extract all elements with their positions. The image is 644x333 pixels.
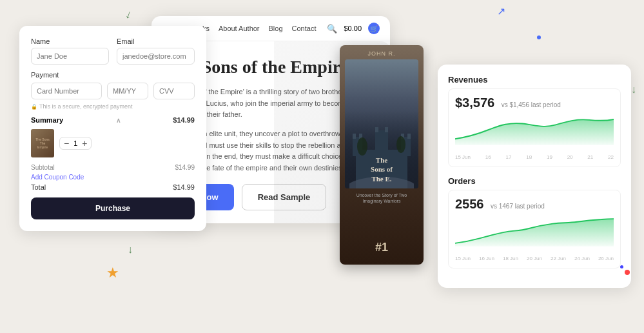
qty-plus-button[interactable]: + [82, 139, 87, 148]
qty-number: 1 [72, 139, 79, 147]
subtotal-label: Subtotal [31, 164, 55, 171]
revenues-title: Revenues [448, 75, 621, 85]
summary-price: $14.99 [173, 116, 195, 124]
svg-rect-4 [353, 134, 356, 139]
revenue-chart-labels: 15 Jun 16 17 18 19 20 21 22 [455, 154, 614, 160]
cart-icon[interactable]: 🛒 [368, 23, 380, 34]
qty-minus-button[interactable]: − [64, 139, 69, 148]
orders-title: Orders [448, 176, 621, 186]
ord-label-2: 16 Jun [479, 256, 494, 261]
revenue-value: $3,576 [455, 96, 494, 110]
revenues-section: Revenues $3,576 vs $1,456 last period 15… [448, 75, 621, 167]
arrow-deco-top: ↓ [124, 7, 134, 22]
svg-point-11 [396, 136, 405, 153]
cart-area: 🔍 $0.00 🛒 [327, 23, 380, 34]
search-icon[interactable]: 🔍 [327, 24, 337, 34]
name-field-group: Name [31, 37, 109, 65]
email-label: Email [117, 37, 195, 45]
book-cover-rank: #1 [375, 241, 388, 259]
nav-blog[interactable]: Blog [269, 25, 283, 32]
card-number-input[interactable] [31, 83, 102, 99]
purchase-button[interactable]: Purchase [31, 197, 195, 219]
ord-label-4: 20 Jun [527, 256, 542, 261]
orders-section: Orders 2556 vs 1467 last period 15 Jun [448, 176, 621, 268]
cart-price: $0.00 [344, 25, 362, 32]
total-label: Total [31, 183, 46, 191]
secure-note: This is a secure, encrypted payment [31, 103, 195, 110]
rev-label-8: 22 [608, 154, 614, 160]
name-input[interactable] [31, 48, 109, 65]
orders-chart-labels: 15 Jun 16 Jun 18 Jun 20 Jun 22 Jun 24 Ju… [455, 256, 614, 261]
rev-label-5: 19 [547, 154, 552, 160]
coupon-label[interactable]: Add Coupon Code [31, 174, 84, 181]
svg-point-10 [357, 137, 367, 156]
book-cover-card: JOHN R. TheSons ofThe E. Uncover the Sto… [340, 45, 424, 265]
name-label: Name [31, 37, 109, 45]
payment-label: Payment [31, 71, 195, 79]
revenue-chart-svg [455, 110, 614, 149]
book-cover-image: TheSons ofThe E. [345, 59, 418, 188]
email-field-group: Email [117, 37, 195, 65]
ord-label-5: 22 Jun [551, 256, 566, 261]
svg-rect-7 [407, 134, 411, 139]
rev-label-3: 17 [506, 154, 512, 160]
nav-contact[interactable]: Contact [292, 25, 317, 32]
expiry-input[interactable] [107, 83, 148, 99]
svg-rect-8 [375, 127, 378, 132]
orders-chart-container: 2556 vs 1467 last period 15 Jun 16 Jun 1… [448, 190, 621, 268]
summary-label: Summary [31, 116, 63, 124]
rev-label-1: 15 Jun [455, 154, 471, 160]
blue-dot-deco2 [537, 35, 541, 39]
nav-about-author[interactable]: About Author [219, 25, 260, 32]
book-cover-subtitle: Uncover the Story of Two Imaginary Warri… [345, 192, 418, 204]
orders-compare: vs 1467 last period [491, 203, 545, 210]
rev-label-6: 20 [567, 154, 573, 160]
arrow-deco-right-top: ↗ [497, 5, 505, 17]
arrow-deco-right: ↓ [631, 84, 636, 96]
quantity-control: − 1 + [59, 137, 92, 150]
revenue-compare: vs $1,456 last period [502, 101, 561, 108]
book-thumbnail: The SonsTheEmpire [31, 129, 54, 157]
total-value: $14.99 [173, 183, 195, 191]
rev-label-4: 18 [526, 154, 532, 160]
book-cover-author: JOHN R. [368, 50, 396, 57]
analytics-card: Revenues $3,576 vs $1,456 last period 15… [438, 65, 631, 288]
cvv-input[interactable] [153, 83, 195, 99]
email-input[interactable] [117, 48, 195, 65]
summary-chevron: ∧ [116, 117, 121, 124]
arrow-deco-left-bottom: ↓ [128, 244, 133, 256]
orders-value: 2556 [455, 197, 484, 211]
rev-label-2: 16 [485, 154, 491, 160]
rev-label-7: 21 [587, 154, 593, 160]
revenues-chart-container: $3,576 vs $1,456 last period 15 Jun 16 1… [448, 88, 621, 167]
orders-chart-svg [455, 212, 614, 250]
book-cover-title: TheSons ofThe E. [368, 156, 395, 183]
subtotal-value: $14.99 [175, 164, 195, 171]
ord-label-7: 26 Jun [598, 256, 614, 261]
checkout-card: Name Email Payment This is a secure, enc… [19, 26, 206, 231]
ord-label-6: 24 Jun [574, 256, 590, 261]
ord-label-3: 18 Jun [503, 256, 518, 261]
svg-rect-3 [375, 130, 388, 156]
summary-item: The SonsTheEmpire − 1 + [31, 129, 195, 157]
ord-label-1: 15 Jun [455, 256, 471, 261]
star-decoration: ★ [106, 265, 119, 281]
svg-rect-9 [385, 127, 388, 132]
